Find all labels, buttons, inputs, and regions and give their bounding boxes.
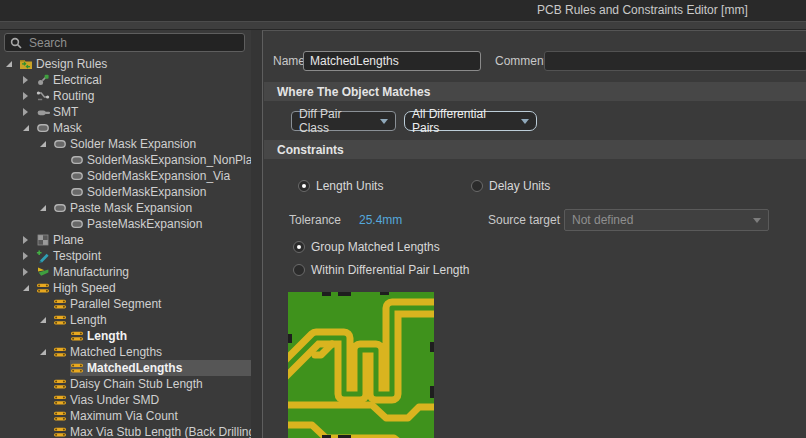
tree-item-design-rules[interactable]: Design Rules bbox=[0, 56, 251, 72]
rule-name-input[interactable] bbox=[303, 51, 481, 71]
tree-item-soldermaskexpansion[interactable]: SolderMaskExpansion bbox=[0, 184, 251, 200]
mask-icon bbox=[70, 185, 84, 199]
tree-item-length[interactable]: Length bbox=[0, 312, 251, 328]
search-box[interactable] bbox=[4, 33, 245, 52]
tree-item-daisy-chain-stub-length[interactable]: Daisy Chain Stub Length bbox=[0, 376, 251, 392]
radio-dot bbox=[471, 180, 483, 192]
scope-kind-select[interactable]: Diff Pair Class bbox=[291, 111, 396, 131]
tree-item-parallel-segment[interactable]: Parallel Segment bbox=[0, 296, 251, 312]
tree-item-testpoint[interactable]: Testpoint bbox=[0, 248, 251, 264]
chevron-down-icon bbox=[380, 119, 388, 124]
highspeed-icon bbox=[53, 377, 67, 391]
folder-icon bbox=[19, 57, 33, 71]
highspeed-icon bbox=[53, 297, 67, 311]
collapse-arrow-icon[interactable] bbox=[23, 125, 36, 131]
tree-item-label: Matched Lengths bbox=[70, 345, 162, 359]
tree-item-label: Testpoint bbox=[53, 249, 101, 263]
expand-arrow-icon[interactable] bbox=[23, 268, 36, 276]
scope-value-text: All Differential Pairs bbox=[412, 107, 515, 135]
tree-item-solder-mask-expansion[interactable]: Solder Mask Expansion bbox=[0, 136, 251, 152]
tree-item-maximum-via-count[interactable]: Maximum Via Count bbox=[0, 408, 251, 424]
mask-icon bbox=[36, 121, 50, 135]
radio-dot bbox=[293, 264, 305, 276]
tree-item-label: Design Rules bbox=[36, 57, 107, 71]
tree-item-label: Max Via Stub Length (Back Drilling bbox=[70, 425, 251, 438]
tree-item-paste-mask-expansion[interactable]: Paste Mask Expansion bbox=[0, 200, 251, 216]
expand-arrow-icon[interactable] bbox=[23, 236, 36, 244]
expand-arrow-icon[interactable] bbox=[23, 76, 36, 84]
tree-item-length[interactable]: Length bbox=[0, 328, 251, 344]
tree-item-max-via-stub-length-back-drilling[interactable]: Max Via Stub Length (Back Drilling bbox=[0, 424, 251, 438]
tree-item-plane[interactable]: Plane bbox=[0, 232, 251, 248]
tree-item-label: SolderMaskExpansion bbox=[87, 185, 206, 199]
tree-item-routing[interactable]: Routing bbox=[0, 88, 251, 104]
tree-item-label: Daisy Chain Stub Length bbox=[70, 377, 203, 391]
tree-item-label: PasteMaskExpansion bbox=[87, 217, 202, 231]
source-target-value: Not defined bbox=[572, 213, 633, 227]
collapse-arrow-icon[interactable] bbox=[40, 141, 53, 147]
tolerance-label: Tolerance bbox=[289, 213, 341, 228]
tree-item-matched-lengths[interactable]: Matched Lengths bbox=[0, 344, 251, 360]
electrical-icon bbox=[36, 73, 50, 87]
tree-item-label: High Speed bbox=[53, 281, 116, 295]
tree-item-electrical[interactable]: Electrical bbox=[0, 72, 251, 88]
section-header-where: Where The Object Matches bbox=[264, 82, 806, 101]
radio-group-matched-lengths[interactable]: Group Matched Lengths bbox=[293, 240, 440, 254]
tolerance-value[interactable]: 25.4mm bbox=[359, 213, 402, 227]
tree-item-soldermaskexpansion-nonpla[interactable]: SolderMaskExpansion_NonPla bbox=[0, 152, 251, 168]
expand-arrow-icon[interactable] bbox=[23, 108, 36, 116]
search-input[interactable] bbox=[27, 35, 239, 51]
collapse-arrow-icon[interactable] bbox=[40, 349, 53, 355]
collapse-arrow-icon[interactable] bbox=[23, 285, 36, 291]
tree-item-manufacturing[interactable]: Manufacturing bbox=[0, 264, 251, 280]
tree-item-label: Mask bbox=[53, 121, 82, 135]
collapse-arrow-icon[interactable] bbox=[40, 205, 53, 211]
tree-item-label: MatchedLengths bbox=[87, 361, 182, 375]
radio-length-units[interactable]: Length Units bbox=[298, 179, 383, 193]
radio-delay-units[interactable]: Delay Units bbox=[471, 179, 550, 193]
scope-kind-value: Diff Pair Class bbox=[299, 107, 374, 135]
scope-value-select[interactable]: All Differential Pairs bbox=[404, 111, 537, 131]
tree-item-mask[interactable]: Mask bbox=[0, 120, 251, 136]
tree-item-pastemaskexpansion[interactable]: PasteMaskExpansion bbox=[0, 216, 251, 232]
window-titlebar: PCB Rules and Constraints Editor [mm] bbox=[0, 0, 806, 21]
mask-icon bbox=[53, 137, 67, 151]
source-target-label: Source target bbox=[488, 213, 560, 228]
tree-item-label: Maximum Via Count bbox=[70, 409, 178, 423]
window-title: PCB Rules and Constraints Editor [mm] bbox=[0, 0, 748, 21]
rule-comment-input[interactable] bbox=[544, 51, 806, 71]
section-header-constraints: Constraints bbox=[264, 140, 806, 159]
collapse-arrow-icon[interactable] bbox=[40, 317, 53, 323]
expand-arrow-icon[interactable] bbox=[23, 92, 36, 100]
chevron-down-icon bbox=[521, 119, 529, 124]
collapse-arrow-icon[interactable] bbox=[6, 61, 19, 67]
tree-item-label: Routing bbox=[53, 89, 94, 103]
tree-item-smt[interactable]: SMT bbox=[0, 104, 251, 120]
tree-item-label: SolderMaskExpansion_Via bbox=[87, 169, 230, 183]
expand-arrow-icon[interactable] bbox=[23, 252, 36, 260]
rules-tree-panel: Design RulesElectricalRoutingSMTMaskSold… bbox=[0, 30, 251, 438]
testpoint-icon bbox=[36, 249, 50, 263]
radio-within-diff-pair-length[interactable]: Within Differential Pair Length bbox=[293, 263, 470, 277]
routing-icon bbox=[36, 89, 50, 103]
highspeed-icon bbox=[53, 313, 67, 327]
tree-item-label: Length bbox=[87, 329, 127, 343]
tree-item-label: Parallel Segment bbox=[70, 297, 161, 311]
tree-item-label: SolderMaskExpansion_NonPla bbox=[87, 153, 251, 167]
tree-item-label: Vias Under SMD bbox=[70, 393, 159, 407]
tree-item-vias-under-smd[interactable]: Vias Under SMD bbox=[0, 392, 251, 408]
highspeed-icon bbox=[53, 425, 67, 438]
chevron-down-icon bbox=[753, 218, 761, 223]
tree-item-soldermaskexpansion-via[interactable]: SolderMaskExpansion_Via bbox=[0, 168, 251, 184]
tree-item-high-speed[interactable]: High Speed bbox=[0, 280, 251, 296]
tree-item-label: Plane bbox=[53, 233, 84, 247]
comment-label: Comment bbox=[495, 54, 547, 69]
highspeed-icon bbox=[36, 281, 50, 295]
rule-editor-panel: Name Comment Where The Object Matches Di… bbox=[262, 30, 806, 438]
tree-item-label: Electrical bbox=[53, 73, 102, 87]
radio-dot bbox=[298, 180, 310, 192]
highspeed-icon bbox=[53, 409, 67, 423]
search-icon bbox=[10, 37, 22, 49]
tree-item-matchedlengths[interactable]: MatchedLengths bbox=[0, 360, 251, 376]
pcb-preview-image bbox=[288, 292, 434, 438]
